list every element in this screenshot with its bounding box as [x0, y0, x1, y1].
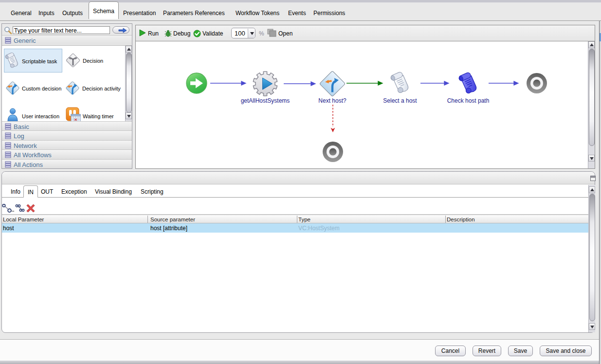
svg-text:Next host?: Next host?	[318, 97, 346, 104]
svg-text:Check host path: Check host path	[447, 97, 490, 104]
svg-text:getAllHostSystems: getAllHostSystems	[241, 97, 290, 104]
svg-text:Select a host: Select a host	[383, 97, 417, 104]
